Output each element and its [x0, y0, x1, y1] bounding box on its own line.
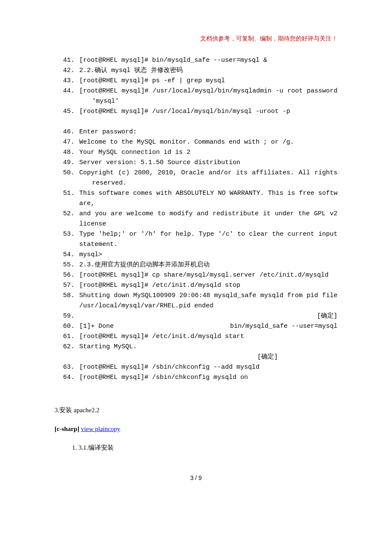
page-number: 3 / 9 [55, 473, 337, 483]
list-item: [root@RHEL mysql]# cp share/mysql/mysql.… [78, 270, 337, 280]
code-line: and you are welcome to modify and redist… [79, 209, 337, 229]
code-line: [root@RHEL mysql]# /usr/local/mysql/bin/… [79, 107, 337, 117]
code-line: [1]+ Done [79, 321, 114, 332]
list-item: 2.2.确认 mysql 状态 并修改密码 [78, 66, 337, 76]
code-line: [确定] [79, 352, 337, 362]
list-item: [1]+ Done bin/mysqld_safe --user=mysql [78, 321, 337, 332]
list-item: [root@RHEL mysql]# /sbin/chkconfig --add… [78, 362, 337, 373]
code-line: [root@RHEL mysql]# cp share/mysql/mysql.… [79, 270, 337, 280]
list-item: and you are welcome to modify and redist… [78, 209, 337, 229]
list-item: [root@RHEL mysql]# /usr/local/mysql/bin/… [78, 86, 337, 107]
code-line: Type 'help;' or '/h' for help. Type '/c'… [79, 229, 337, 250]
code-line: This software comes with ABSOLUTELY NO W… [79, 188, 337, 209]
list-item: [确定] [78, 311, 337, 321]
code-line: 2.3.使用官方提供的启动脚本并添加开机启动 [79, 260, 337, 270]
list-item: Starting MySQL. [确定] [78, 342, 337, 362]
list-item: 3.1.编译安装 [78, 442, 337, 453]
code-line: Enter password: [79, 127, 337, 137]
code-line: mysql> [79, 250, 337, 260]
list-item: Server version: 5.1.50 Source distributi… [78, 158, 337, 168]
list-item: Type 'help;' or '/h' for help. Type '/c'… [78, 229, 337, 250]
code-line: Welcome to the MySQL monitor. Commands e… [79, 137, 337, 147]
code-line: [确定] [79, 311, 337, 321]
code-line: 2.2.确认 mysql 状态 并修改密码 [79, 66, 337, 76]
code-line: bin/mysqld_safe --user=mysql [230, 321, 337, 332]
list-item: 2.3.使用官方提供的启动脚本并添加开机启动 [78, 260, 337, 270]
lang-tag-line: [c-sharp] view plaincopy [55, 424, 337, 434]
list-item: Your MySQL connection id is 2 [78, 147, 337, 158]
view-plaincopy-link[interactable]: view plaincopy [81, 425, 120, 432]
list-item: [root@RHEL mysql]# bin/mysqld_safe --use… [78, 55, 337, 66]
list-item: [root@RHEL mysql]# /sbin/chkconfig mysql… [78, 373, 337, 383]
code-line: Starting MySQL. [79, 342, 337, 352]
list-item: [root@RHEL mysql]# /etc/init.d/mysqld st… [78, 280, 337, 291]
code-line: [root@RHEL mysql]# /sbin/chkconfig --add… [79, 362, 337, 373]
document-page: 文档供参考，可复制、编制，期待您的好评与关注！ [root@RHEL mysql… [0, 0, 392, 500]
list-item: Welcome to the MySQL monitor. Commands e… [78, 137, 337, 147]
sublist: 3.1.编译安装 [55, 442, 337, 453]
list-item: [root@RHEL mysql]# /etc/init.d/mysqld st… [78, 332, 337, 342]
header-note: 文档供参考，可复制、编制，期待您的好评与关注！ [55, 34, 337, 43]
code-line: Copyright (c) 2000, 2010, Oracle and/or … [79, 168, 337, 188]
code-line: [root@RHEL mysql]# /usr/local/mysql/bin/… [79, 86, 337, 107]
code-line: [root@RHEL mysql]# bin/mysqld_safe --use… [79, 55, 337, 66]
section-title: 3.安装 apache2.2 [55, 405, 337, 415]
code-ordered-list: [root@RHEL mysql]# bin/mysqld_safe --use… [55, 55, 337, 383]
sub-item-text: 3.1.编译安装 [78, 444, 114, 451]
list-item: Shutting down MySQL100909 20:06:48 mysql… [78, 291, 337, 311]
code-line: [root@RHEL mysql]# ps -ef | grep mysql [79, 76, 337, 86]
list-item: Copyright (c) 2000, 2010, Oracle and/or … [78, 168, 337, 188]
list-item: [root@RHEL mysql]# ps -ef | grep mysql [78, 76, 337, 86]
code-line: [root@RHEL mysql]# /etc/init.d/mysqld st… [79, 280, 337, 291]
code-line: Your MySQL connection id is 2 [79, 147, 337, 158]
code-line: Server version: 5.1.50 Source distributi… [79, 158, 337, 168]
list-item: This software comes with ABSOLUTELY NO W… [78, 188, 337, 209]
code-line: [root@RHEL mysql]# /sbin/chkconfig mysql… [79, 373, 337, 383]
lang-tag: [c-sharp] [55, 425, 79, 432]
list-item: mysql> [78, 250, 337, 260]
code-line: Shutting down MySQL100909 20:06:48 mysql… [79, 291, 337, 311]
list-item: Enter password: [78, 127, 337, 137]
list-item: [root@RHEL mysql]# /usr/local/mysql/bin/… [78, 107, 337, 127]
code-line: [root@RHEL mysql]# /etc/init.d/mysqld st… [79, 332, 337, 342]
